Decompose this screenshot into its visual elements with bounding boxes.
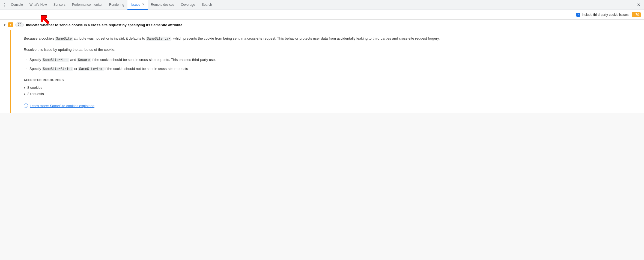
bullet-item-1: → Specify SameSite=None and Secure if th… <box>24 57 637 63</box>
red-arrow-icon: ➜ <box>38 13 50 27</box>
close-issues-tab-button[interactable]: ✕ <box>142 3 144 6</box>
tab-rendering[interactable]: Rendering <box>106 0 127 10</box>
learn-more-icon: → <box>24 104 28 108</box>
tab-whats-new[interactable]: What's New <box>26 0 50 10</box>
issue-body: Because a cookie's SameSite attribute wa… <box>10 30 644 113</box>
tab-performance-monitor[interactable]: Performance monitor <box>69 0 106 10</box>
warning-icon: ! <box>633 13 634 17</box>
resource-item-cookies[interactable]: ▶ 8 cookies <box>24 84 637 91</box>
third-party-checkbox-label[interactable]: ✓ Include third-party cookie issues <box>576 13 628 17</box>
bullet-item-2: → Specify SameSite=Strict or SameSite=La… <box>24 66 637 72</box>
tab-console[interactable]: Console <box>8 0 26 10</box>
issue-header[interactable]: ▼ ! 70 Indicate whether to send a cookie… <box>0 20 644 30</box>
tab-search[interactable]: Search <box>198 0 215 10</box>
samesite-none-code: SameSite=None <box>42 58 69 62</box>
desc-text-2: attribute was not set or is invalid, it … <box>73 36 146 40</box>
toolbar-row: ✓ Include third-party cookie issues ! 70 <box>0 10 644 20</box>
samesite-strict-code: SameSite=Strict <box>42 67 73 71</box>
third-party-label-text: Include third-party cookie issues <box>582 13 628 17</box>
resolve-text: Resolve this issue by updating the attri… <box>24 47 637 53</box>
secure-code: Secure <box>77 58 91 62</box>
tab-issues[interactable]: Issues ✕ <box>127 0 148 10</box>
samesite-code-1: SameSite <box>55 37 73 41</box>
issue-description: Because a cookie's SameSite attribute wa… <box>24 36 637 42</box>
expand-requests-icon: ▶ <box>24 93 26 95</box>
cookies-label: 8 cookies <box>27 85 42 90</box>
expand-chevron-icon[interactable]: ▼ <box>3 23 6 26</box>
samesite-lax-code-2: SameSite=Lax <box>78 67 103 71</box>
desc-text-1: Because a cookie's <box>24 36 55 40</box>
arrow-symbol-1: → <box>24 57 27 63</box>
expand-cookies-icon: ▶ <box>24 86 26 89</box>
learn-more-text: Learn more: SameSite cookies explained <box>30 104 94 108</box>
close-panel-button[interactable]: ✕ <box>634 1 643 9</box>
tab-coverage[interactable]: Coverage <box>178 0 198 10</box>
resource-item-requests[interactable]: ▶ 2 requests <box>24 91 637 97</box>
issue-count-badge-inline: 70 <box>15 22 24 27</box>
bullet2-text: Specify SameSite=Strict or SameSite=Lax … <box>29 66 188 72</box>
tab-remote-devices[interactable]: Remote devices <box>148 0 178 10</box>
issue-count-badge: ! 70 <box>632 12 641 17</box>
arrow-symbol-2: → <box>24 66 27 72</box>
bullet1-text: Specify SameSite=None and Secure if the … <box>29 57 216 63</box>
affected-resources-section: AFFECTED RESOURCES ▶ 8 cookies ▶ 2 reque… <box>24 78 637 97</box>
learn-more-link[interactable]: → Learn more: SameSite cookies explained <box>24 104 637 108</box>
third-party-checkbox[interactable]: ✓ <box>576 13 580 17</box>
more-tabs-button[interactable]: ⋮ <box>1 0 8 10</box>
issue-count-number: 70 <box>636 13 639 17</box>
affected-resources-title: AFFECTED RESOURCES <box>24 78 637 82</box>
main-content: ▼ ! 70 Indicate whether to send a cookie… <box>0 20 644 113</box>
desc-text-3: , which prevents the cookie from being s… <box>171 36 440 40</box>
tab-sensors[interactable]: Sensors <box>50 0 69 10</box>
requests-label: 2 requests <box>27 92 44 96</box>
tab-bar: ⋮ Console What's New Sensors Performance… <box>0 0 644 10</box>
issue-warning-icon: ! <box>8 22 13 27</box>
samesite-lax-code-1: SameSite=Lax <box>146 37 171 41</box>
